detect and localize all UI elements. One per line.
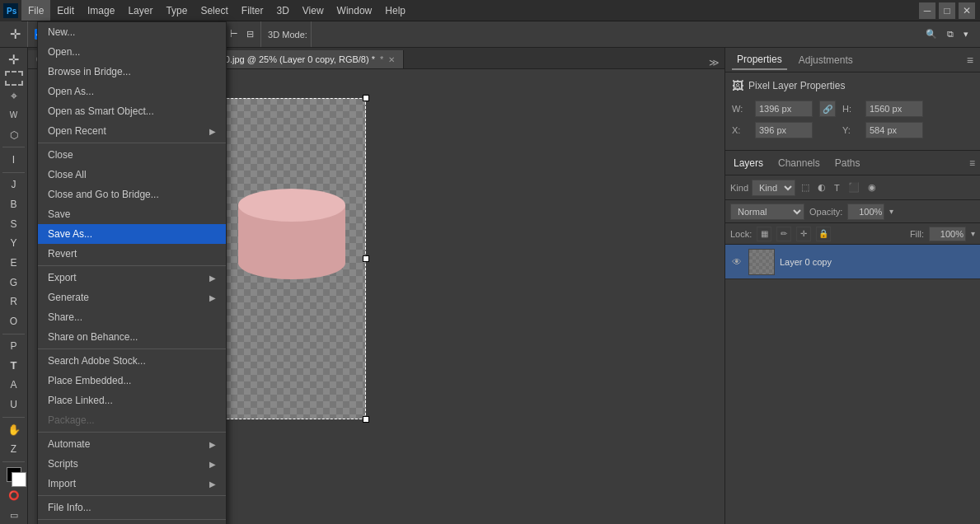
- menu-item-save[interactable]: Save: [38, 204, 226, 224]
- align-center-btn[interactable]: ⊢: [227, 27, 241, 41]
- pen-tool[interactable]: P: [2, 337, 26, 355]
- quick-select-tool[interactable]: W: [2, 106, 26, 124]
- tab-channels[interactable]: Channels: [775, 154, 823, 172]
- align-right-btn[interactable]: ⊟: [243, 27, 257, 41]
- dodge-tool[interactable]: O: [2, 312, 26, 330]
- brush-tool[interactable]: B: [2, 195, 26, 213]
- arrange-docs-btn[interactable]: ≫: [704, 57, 724, 68]
- menu-item-new[interactable]: New...: [38, 22, 226, 42]
- menu-item-generate[interactable]: Generate ▶: [38, 288, 226, 307]
- menu-item-open-as[interactable]: Open As...: [38, 82, 226, 101]
- menu-item-import[interactable]: Import ▶: [38, 474, 226, 494]
- marquee-tool[interactable]: [5, 71, 23, 86]
- kind-select[interactable]: Kind: [752, 180, 795, 196]
- lock-pixels-btn[interactable]: ✏: [776, 227, 791, 241]
- menu-item-share[interactable]: Share...: [38, 307, 226, 327]
- menu-item-place-linked[interactable]: Place Linked...: [38, 391, 226, 410]
- move-tool-btn[interactable]: ✛: [7, 25, 24, 44]
- x-input[interactable]: [755, 122, 813, 138]
- lock-transparent-btn[interactable]: ▦: [757, 227, 771, 241]
- menu-item-automate[interactable]: Automate ▶: [38, 434, 226, 454]
- eraser-tool[interactable]: E: [2, 254, 26, 272]
- layers-menu-btn[interactable]: ≡: [969, 157, 975, 169]
- opacity-arrow[interactable]: ▾: [889, 207, 893, 216]
- workspace-btn[interactable]: ▾: [960, 27, 972, 41]
- properties-menu-btn[interactable]: ≡: [967, 54, 973, 67]
- menu-item-save-as[interactable]: Save As...: [38, 224, 226, 244]
- menu-filter[interactable]: Filter: [235, 0, 270, 21]
- y-input[interactable]: [865, 122, 923, 138]
- opacity-input[interactable]: [847, 204, 884, 220]
- w-input[interactable]: [755, 101, 813, 117]
- clone-tool[interactable]: S: [2, 215, 26, 233]
- menu-item-export[interactable]: Export ▶: [38, 268, 226, 288]
- menu-layer[interactable]: Layer: [121, 0, 159, 21]
- fill-arrow[interactable]: ▾: [971, 229, 975, 238]
- menu-item-browse-bridge[interactable]: Browse in Bridge...: [38, 62, 226, 82]
- menu-item-share-behance[interactable]: Share on Behance...: [38, 327, 226, 347]
- tab-adjustments[interactable]: Adjustments: [794, 51, 858, 69]
- path-select-tool[interactable]: A: [2, 377, 26, 395]
- lock-position-btn[interactable]: ✛: [796, 227, 811, 241]
- menu-image[interactable]: Image: [81, 0, 121, 21]
- h-input[interactable]: [865, 101, 923, 117]
- menu-item-close[interactable]: Close: [38, 145, 226, 165]
- menu-type[interactable]: Type: [159, 0, 194, 21]
- menu-item-close-go-bridge[interactable]: Close and Go to Bridge...: [38, 185, 226, 204]
- tab-second-close[interactable]: ✕: [388, 55, 395, 64]
- menu-help[interactable]: Help: [378, 0, 412, 21]
- menu-window[interactable]: Window: [331, 0, 379, 21]
- layer-eye-0copy[interactable]: 👁: [730, 255, 743, 269]
- move-tool[interactable]: ✛: [2, 51, 26, 69]
- export-arrow: ▶: [209, 274, 216, 283]
- menu-item-open[interactable]: Open...: [38, 42, 226, 62]
- menu-edit[interactable]: Edit: [50, 0, 81, 21]
- menu-item-open-recent[interactable]: Open Recent ▶: [38, 121, 226, 141]
- screen-mode-btn[interactable]: ▭: [2, 506, 26, 524]
- crop-tool[interactable]: ⬡: [2, 126, 26, 144]
- minimize-btn[interactable]: ─: [919, 2, 935, 19]
- adjustment-filter-btn[interactable]: ◐: [815, 180, 828, 194]
- lasso-tool[interactable]: ⌖: [2, 87, 26, 105]
- quick-mask-btn[interactable]: ⭕: [2, 487, 26, 505]
- eyedropper-tool[interactable]: I: [2, 151, 26, 169]
- hand-tool[interactable]: ✋: [2, 421, 26, 439]
- lock-all-btn[interactable]: 🔒: [816, 227, 831, 241]
- zoom-tool[interactable]: Z: [2, 440, 26, 458]
- history-tool[interactable]: Y: [2, 234, 26, 252]
- menu-item-place-embedded[interactable]: Place Embedded...: [38, 371, 226, 391]
- menu-item-file-info[interactable]: File Info...: [38, 498, 226, 517]
- menu-item-close-all[interactable]: Close All: [38, 165, 226, 185]
- layer-row-0copy[interactable]: 👁 Layer 0 copy: [725, 245, 980, 279]
- search-btn[interactable]: 🔍: [922, 27, 940, 41]
- menu-item-open-smart[interactable]: Open as Smart Object...: [38, 101, 226, 121]
- blend-mode-select[interactable]: Normal: [730, 204, 804, 220]
- link-btn[interactable]: 🔗: [819, 101, 836, 117]
- arrange-btn[interactable]: ⧉: [944, 27, 957, 41]
- type-tool[interactable]: T: [2, 357, 26, 375]
- shape-filter-btn[interactable]: ⬛: [846, 180, 862, 194]
- maximize-btn[interactable]: □: [939, 2, 955, 19]
- foreground-color[interactable]: [7, 467, 21, 482]
- heal-tool[interactable]: J: [2, 176, 26, 194]
- menu-select[interactable]: Select: [194, 0, 234, 21]
- shape-tool[interactable]: U: [2, 395, 26, 414]
- smart-filter-btn[interactable]: ◉: [865, 180, 879, 194]
- menu-3d[interactable]: 3D: [270, 0, 295, 21]
- close-btn[interactable]: ✕: [959, 2, 975, 19]
- pixel-filter-btn[interactable]: ⬚: [799, 180, 812, 194]
- background-color[interactable]: [12, 472, 26, 487]
- gradient-tool[interactable]: G: [2, 274, 26, 292]
- blur-tool[interactable]: R: [2, 292, 26, 311]
- menu-item-scripts[interactable]: Scripts ▶: [38, 454, 226, 474]
- menu-item-search-stock[interactable]: Search Adobe Stock...: [38, 351, 226, 371]
- tab-layers[interactable]: Layers: [730, 154, 767, 172]
- menu-view[interactable]: View: [296, 0, 331, 21]
- tab-properties[interactable]: Properties: [732, 50, 787, 70]
- tab-paths[interactable]: Paths: [832, 154, 864, 172]
- sep-4: [38, 432, 226, 433]
- menu-file[interactable]: File: [21, 0, 50, 21]
- fill-input[interactable]: [929, 227, 966, 241]
- menu-item-revert[interactable]: Revert: [38, 244, 226, 264]
- type-filter-btn[interactable]: T: [832, 181, 842, 194]
